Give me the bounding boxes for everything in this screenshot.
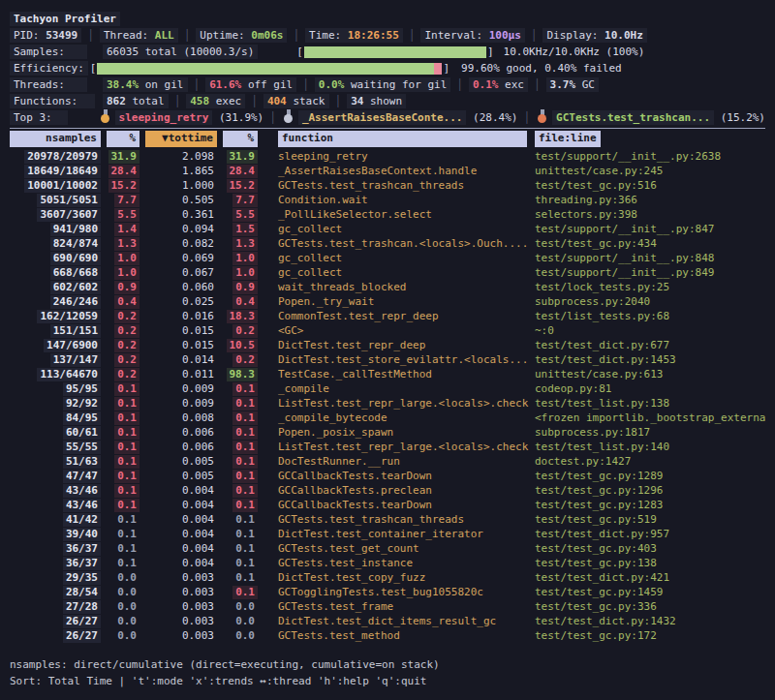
- table-row[interactable]: 41/42 0.1 0.004 0.1 GCTests.test_trashca…: [10, 512, 765, 527]
- table-row[interactable]: 10001/10002 15.2 1.000 15.2 GCTests.test…: [10, 178, 765, 193]
- functions-stats: 862 total│458 exec│404 stack│34 shown: [103, 93, 406, 109]
- nsamples-cell: 43/46: [10, 498, 107, 512]
- col-file-line[interactable]: file:line: [535, 131, 601, 147]
- table-row[interactable]: 113/64670 0.2 0.011 98.3 TestCase._callT…: [10, 367, 765, 381]
- table-row[interactable]: 668/668 1.0 0.067 1.0 gc_collect test/su…: [10, 265, 765, 280]
- function-cell: GCTests.test_trashcan_threads: [264, 512, 533, 527]
- nsamples-cell: 246/246: [10, 294, 107, 309]
- top3-entry: _AssertRaisesBaseConte...: [298, 110, 467, 125]
- col-direct-pct[interactable]: %: [107, 131, 140, 147]
- tottime-cell: 0.011: [145, 367, 223, 381]
- table-row[interactable]: 20978/20979 31.9 2.098 31.9 sleeping_ret…: [10, 149, 765, 164]
- thread-stat: 0.0% waiting for gil: [315, 77, 450, 92]
- file-line-cell: test/test_gc.py:172: [533, 628, 765, 643]
- info-label: Display:: [546, 29, 604, 42]
- cum-pct-cell: 0.1: [223, 483, 264, 498]
- table-row[interactable]: 43/46 0.1 0.004 0.1 GCCallbackTests.tear…: [10, 498, 765, 512]
- cum-pct-cell: 1.0: [223, 251, 264, 265]
- table-row[interactable]: 162/12059 0.2 0.016 18.3 CommonTest.test…: [10, 309, 765, 323]
- tottime-cell: 0.008: [145, 411, 223, 425]
- function-cell: GCCallbackTests.preclean: [264, 483, 533, 498]
- top3-pct: (15.2%): [714, 111, 765, 124]
- tottime-cell: 0.505: [145, 193, 223, 207]
- cum-pct-cell: 98.3: [223, 367, 264, 381]
- cum-pct-cell: 0.1: [223, 498, 264, 512]
- table-row[interactable]: 28/54 0.0 0.003 0.1 GCTogglingTests.test…: [10, 585, 765, 599]
- table-row[interactable]: 60/61 0.1 0.006 0.1 Popen._posix_spawn s…: [10, 425, 765, 440]
- nsamples-cell: 137/147: [10, 352, 107, 367]
- top3-name: _AssertRaisesBaseConte...: [302, 111, 463, 124]
- table-row[interactable]: 18649/18649 28.4 1.865 28.4 _AssertRaise…: [10, 164, 765, 178]
- table-row[interactable]: 92/92 0.1 0.009 0.1 ListTest.test_repr_l…: [10, 396, 765, 411]
- table-row[interactable]: 137/147 0.2 0.014 0.2 DictTest.test_stor…: [10, 352, 765, 367]
- table-row[interactable]: 95/95 0.1 0.009 0.1 _compile codeop.py:8…: [10, 381, 765, 396]
- file-line-cell: subprocess.py:1817: [533, 425, 765, 440]
- table-row[interactable]: 824/874 1.3 0.082 1.3 GCTests.test_trash…: [10, 236, 765, 251]
- status-bar: PID: 53499│Thread: ALL│Uptime: 0m06s│Tim…: [10, 27, 765, 44]
- table-row[interactable]: 39/40 0.1 0.004 0.1 DictTest.test_contai…: [10, 527, 765, 541]
- table-row[interactable]: 3607/3607 5.5 0.361 5.5 _PollLikeSelecto…: [10, 207, 765, 222]
- cum-pct-cell: 0.9: [223, 280, 264, 294]
- cum-pct-cell: 7.7: [223, 193, 264, 207]
- nsamples-cell: 92/92: [10, 396, 107, 411]
- info-label: Uptime:: [200, 29, 251, 42]
- direct-pct-cell: 31.9: [107, 149, 145, 164]
- profile-table: 20978/20979 31.9 2.098 31.9 sleeping_ret…: [10, 149, 765, 643]
- cum-pct-cell: 1.0: [223, 265, 264, 280]
- table-row[interactable]: 36/37 0.1 0.004 0.1 GCTests.test_get_cou…: [10, 541, 765, 556]
- tottime-cell: 0.003: [145, 614, 223, 628]
- table-row[interactable]: 690/690 1.0 0.069 1.0 gc_collect test/su…: [10, 251, 765, 265]
- direct-pct-cell: 0.1: [107, 556, 145, 570]
- table-row[interactable]: 55/55 0.1 0.006 0.1 ListTest.test_repr_l…: [10, 440, 765, 454]
- table-row[interactable]: 151/151 0.2 0.015 0.2 <GC> ~:0: [10, 323, 765, 338]
- col-tottime-sorted[interactable]: ▼tottime: [145, 131, 217, 147]
- tottime-cell: 0.003: [145, 599, 223, 614]
- table-row[interactable]: 27/28 0.0 0.003 0.0 GCTests.test_frame t…: [10, 599, 765, 614]
- table-row[interactable]: 84/95 0.1 0.008 0.1 _compile_bytecode <f…: [10, 411, 765, 425]
- table-row[interactable]: 29/35 0.0 0.003 0.1 DictTest.test_copy_f…: [10, 570, 765, 585]
- cum-pct-cell: 0.1: [223, 411, 264, 425]
- file-line-cell: test/test_list.py:138: [533, 396, 765, 411]
- table-row[interactable]: 26/27 0.0 0.003 0.0 GCTests.test_method …: [10, 628, 765, 643]
- separator: │: [87, 27, 94, 44]
- col-nsamples[interactable]: nsamples: [10, 131, 101, 147]
- thread-stat-value: 0.0%: [319, 78, 351, 91]
- file-line-cell: test/test_gc.py:516: [533, 178, 765, 193]
- cum-pct-cell: 0.1: [223, 454, 264, 469]
- nsamples-cell: 51/63: [10, 454, 107, 469]
- table-row[interactable]: 47/47 0.1 0.005 0.1 GCCallbackTests.tear…: [10, 469, 765, 483]
- table-row[interactable]: 941/980 1.4 0.094 1.5 gc_collect test/su…: [10, 222, 765, 236]
- file-line-cell: test/support/__init__.py:849: [533, 265, 765, 280]
- tottime-cell: 0.005: [145, 469, 223, 483]
- file-line-cell: test/test_gc.py:1296: [533, 483, 765, 498]
- file-line-cell: test/test_gc.py:403: [533, 541, 765, 556]
- function-cell: _AssertRaisesBaseContext.handle: [264, 164, 533, 178]
- info-value: 100µs: [489, 29, 521, 42]
- col-function[interactable]: function: [278, 131, 527, 147]
- cum-pct-cell: 0.1: [223, 556, 264, 570]
- table-row[interactable]: 602/602 0.9 0.060 0.9 wait_threads_block…: [10, 280, 765, 294]
- file-line-cell: test/support/__init__.py:2638: [533, 149, 765, 164]
- table-row[interactable]: 147/6900 0.2 0.015 10.5 DictTest.test_re…: [10, 338, 765, 352]
- nsamples-cell: 39/40: [10, 527, 107, 541]
- direct-pct-cell: 0.2: [107, 338, 145, 352]
- thread-stat-value: 38.4%: [107, 78, 145, 91]
- info-segment: Display: 10.0Hz: [542, 28, 646, 43]
- nsamples-cell: 18649/18649: [10, 164, 107, 178]
- file-line-cell: unittest/case.py:245: [533, 164, 765, 178]
- table-row[interactable]: 5051/5051 7.7 0.505 7.7 Condition.wait t…: [10, 193, 765, 207]
- tottime-cell: 1.000: [145, 178, 223, 193]
- table-row[interactable]: 26/27 0.0 0.003 0.0 DictTest.test_dict_i…: [10, 614, 765, 628]
- gold-medal-icon: [101, 109, 110, 123]
- table-row[interactable]: 246/246 0.4 0.025 0.4 Popen._try_wait su…: [10, 294, 765, 309]
- function-stat-value: 458: [190, 95, 216, 107]
- col-cum-pct[interactable]: %: [223, 131, 258, 147]
- table-row[interactable]: 51/63 0.1 0.005 0.1 DocTestRunner.__run …: [10, 454, 765, 469]
- table-row[interactable]: 36/37 0.1 0.004 0.1 GCTests.test_instanc…: [10, 556, 765, 570]
- direct-pct-cell: 0.4: [107, 294, 145, 309]
- table-row[interactable]: 43/46 0.1 0.004 0.1 GCCallbackTests.prec…: [10, 483, 765, 498]
- direct-pct-cell: 0.9: [107, 280, 145, 294]
- nsamples-cell: 690/690: [10, 251, 107, 265]
- function-cell: DictTest.test_copy_fuzz: [264, 570, 533, 585]
- tottime-cell: 0.060: [145, 280, 223, 294]
